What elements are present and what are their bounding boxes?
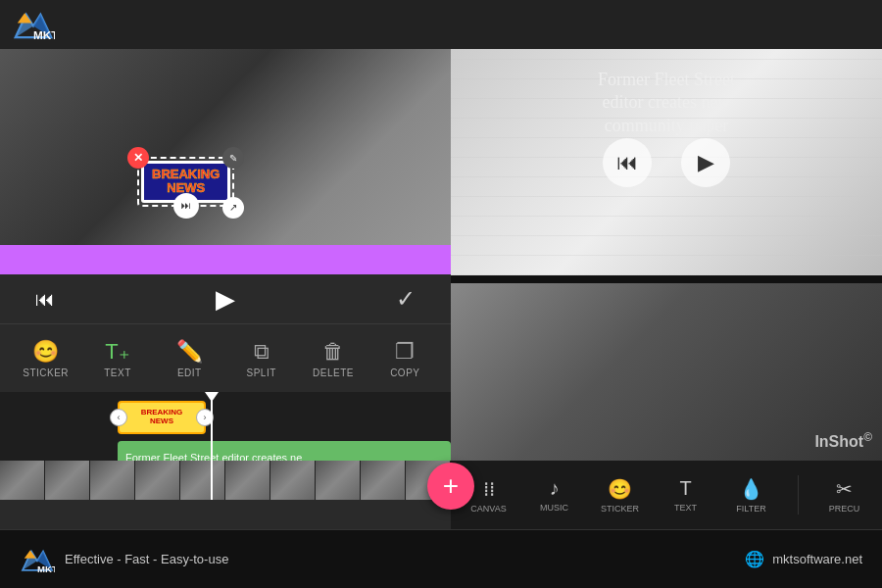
sticker-track: ‹ BREAKING NEWS ›: [118, 400, 206, 435]
filmstrip-frame-3: [90, 461, 135, 500]
right-text-tool[interactable]: T TEXT: [666, 477, 706, 513]
precut-label: PRECU: [829, 504, 860, 514]
globe-icon: 🌐: [745, 550, 764, 568]
timeline-playhead[interactable]: [211, 392, 213, 500]
headline-text: Former Fleet Streeteditor creates newcom…: [598, 70, 735, 135]
edit-icon: ✏️: [176, 339, 203, 365]
sticker-border: ✕ ✎ BREAKING NEWS ⏭ ↗: [137, 157, 234, 207]
inshot-watermark: InShot©: [814, 430, 872, 451]
split-tool[interactable]: ⧉ SPLIT: [237, 339, 286, 378]
filmstrip-frame-8: [316, 461, 361, 500]
svg-text:MKT: MKT: [37, 563, 55, 573]
filter-icon: 💧: [739, 477, 763, 501]
video-preview-left: ✕ ✎ BREAKING NEWS ⏭ ↗: [0, 49, 451, 274]
filmstrip-frame-9: [361, 461, 406, 500]
right-sticker-tool[interactable]: 😊 STICKER: [601, 477, 640, 514]
right-skip-back-button[interactable]: ⏮: [603, 138, 652, 187]
skip-back-button[interactable]: ⏮: [29, 283, 61, 315]
svg-text:MKT: MKT: [33, 28, 55, 41]
canvas-tool[interactable]: ⁞⁞ CANVAS: [469, 477, 509, 514]
toolbar-divider: [798, 475, 799, 514]
text-tool[interactable]: T₊ TEXT: [93, 339, 142, 378]
logo-area: MKT: [12, 7, 55, 42]
sticker-resize-handle[interactable]: ↗: [222, 197, 244, 219]
right-sticker-label: STICKER: [601, 504, 639, 514]
news-preview-top: Former Fleet Streeteditor creates newcom…: [451, 49, 882, 275]
copy-label: COPY: [390, 368, 419, 378]
right-toolbar: ⁞⁞ CANVAS ♪ MUSIC 😊 STICKER T TEXT 💧 FIL…: [451, 461, 882, 529]
filmstrip-frame-6: [225, 461, 270, 500]
music-icon: ♪: [550, 477, 560, 500]
video-preview-right: Former Fleet Streeteditor creates newcom…: [451, 49, 882, 461]
confirm-button[interactable]: ✓: [390, 283, 421, 315]
delete-label: DELETE: [313, 368, 354, 378]
timeline-filmstrip: [0, 461, 451, 500]
tagline: Effective - Fast - Easy-to-use: [65, 552, 228, 566]
breaking-news-text: BREAKING NEWS: [152, 168, 220, 196]
svg-marker-3: [18, 13, 32, 23]
play-button[interactable]: ▶: [210, 283, 241, 315]
left-panel: ✕ ✎ BREAKING NEWS ⏭ ↗ ⏮ ▶ ✓: [0, 49, 451, 529]
playback-controls: ⏮ ▶ ✓: [0, 274, 451, 323]
right-play-button[interactable]: ▶: [681, 138, 730, 187]
mkt-logo: MKT: [12, 7, 55, 42]
filmstrip-frame-4: [135, 461, 180, 500]
timeline-sticker-clip[interactable]: ‹ BREAKING NEWS ›: [118, 401, 206, 434]
right-panel: Former Fleet Streeteditor creates newcom…: [451, 49, 882, 529]
sticker-icon: 😊: [32, 339, 59, 365]
sticker-move-handle[interactable]: ⏭: [173, 193, 199, 219]
text-label: TEXT: [104, 368, 131, 378]
canvas-label: CANVAS: [470, 504, 506, 514]
edit-toolbar: 😊 STICKER T₊ TEXT ✏️ EDIT ⧉ SPLIT 🗑 DELE…: [0, 323, 451, 392]
filmstrip-frame-2: [45, 461, 90, 500]
timeline: ‹ BREAKING NEWS › Former Fleet Street ed…: [0, 392, 451, 500]
music-tool[interactable]: ♪ MUSIC: [535, 477, 574, 513]
split-icon: ⧉: [254, 339, 270, 365]
timeline-sticker-text: BREAKING NEWS: [141, 409, 183, 426]
right-text-label: TEXT: [674, 503, 697, 513]
filmstrip-frame-5: [180, 461, 225, 500]
canvas-icon: ⁞⁞: [483, 477, 495, 501]
sticker-tool[interactable]: 😊 STICKER: [22, 339, 71, 378]
sticker-close-button[interactable]: ✕: [127, 147, 149, 169]
bottom-right: 🌐 mktsoftware.net: [745, 550, 862, 568]
filmstrip-frame-1: [0, 461, 45, 500]
copy-tool[interactable]: ❐ COPY: [380, 339, 429, 378]
edit-label: EDIT: [177, 368, 202, 378]
svg-marker-8: [24, 550, 36, 558]
split-label: SPLIT: [246, 368, 275, 378]
filter-tool[interactable]: 💧 FILTER: [732, 477, 771, 514]
right-sticker-icon: 😊: [608, 477, 632, 501]
website-text: mktsoftware.net: [772, 552, 862, 566]
bottom-left: MKT Effective - Fast - Easy-to-use: [20, 545, 228, 574]
purple-bar: [0, 245, 451, 274]
precut-tool[interactable]: ✂ PRECU: [825, 477, 864, 514]
sticker-left-handle[interactable]: ‹: [110, 409, 127, 426]
music-label: MUSIC: [540, 503, 568, 513]
add-fab-button[interactable]: +: [427, 463, 474, 510]
bottom-mkt-logo: MKT: [20, 545, 55, 574]
breaking-news-sticker[interactable]: ✕ ✎ BREAKING NEWS ⏭ ↗: [137, 157, 234, 207]
delete-icon: 🗑: [322, 339, 344, 365]
filter-label: FILTER: [736, 504, 765, 514]
delete-tool[interactable]: 🗑 DELETE: [309, 339, 358, 378]
edit-tool[interactable]: ✏️ EDIT: [165, 339, 214, 378]
top-bar: MKT: [0, 0, 882, 49]
right-text-icon: T: [679, 477, 691, 500]
main-area: ✕ ✎ BREAKING NEWS ⏭ ↗ ⏮ ▶ ✓: [0, 49, 882, 529]
text-icon: T₊: [105, 339, 129, 365]
filmstrip-frame-7: [270, 461, 316, 500]
copy-icon: ❐: [395, 339, 415, 365]
sticker-label: STICKER: [23, 368, 69, 378]
news-headline: Former Fleet Streeteditor creates newcom…: [451, 69, 882, 137]
precut-icon: ✂: [836, 477, 853, 501]
bottom-bar: MKT Effective - Fast - Easy-to-use 🌐 mkt…: [0, 529, 882, 588]
